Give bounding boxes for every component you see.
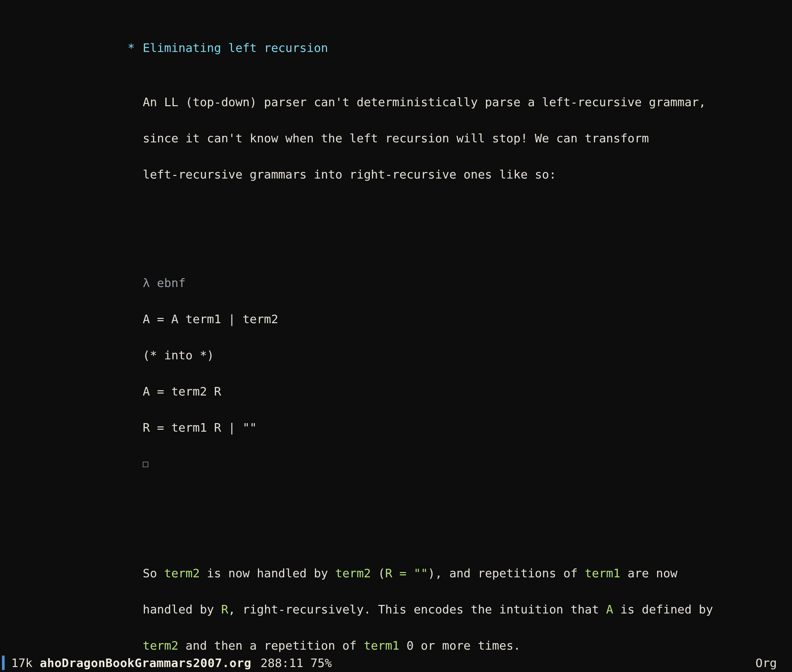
src-line: A = term2 R xyxy=(0,382,792,400)
headline-bullet: * xyxy=(128,39,135,57)
body-text: handled by R, right-recursively. This en… xyxy=(0,600,792,618)
src-line: (* into *) xyxy=(0,346,792,364)
major-mode: Org xyxy=(755,654,777,672)
blank-line xyxy=(0,219,792,238)
src-line: A = A term1 | term2 xyxy=(0,310,792,328)
modeline-indicator xyxy=(2,656,5,670)
headline-title: Eliminating left recursion xyxy=(65,41,328,54)
cursor-position: 288:11 75% xyxy=(260,654,332,672)
end-marker-icon: □ xyxy=(143,458,148,469)
body-text: left-recursive grammars into right-recur… xyxy=(0,165,792,184)
lambda-icon: λ xyxy=(143,276,150,290)
modeline: 17k ahoDragonBookGrammars2007.org 288:11… xyxy=(0,654,792,672)
src-line: R = term1 R | "" xyxy=(0,419,792,437)
src-lang: ebnf xyxy=(150,276,186,290)
body-text: term2 and then a repetition of term1 0 o… xyxy=(0,637,792,654)
body-text: An LL (top-down) parser can't determinis… xyxy=(0,93,792,111)
buffer-filename: ahoDragonBookGrammars2007.org xyxy=(40,654,251,672)
src-block-begin: λ ebnf xyxy=(0,274,792,292)
editor-viewport[interactable]: *Eliminating left recursion An LL (top-d… xyxy=(0,0,792,654)
body-text: since it can't know when the left recurs… xyxy=(0,129,792,147)
body-text: So term2 is now handled by term2 (R = ""… xyxy=(0,564,792,582)
org-headline: *Eliminating left recursion xyxy=(0,39,792,57)
buffer-size: 17k xyxy=(11,654,32,672)
blank-line xyxy=(0,510,792,528)
src-block-end: □ xyxy=(0,455,792,474)
